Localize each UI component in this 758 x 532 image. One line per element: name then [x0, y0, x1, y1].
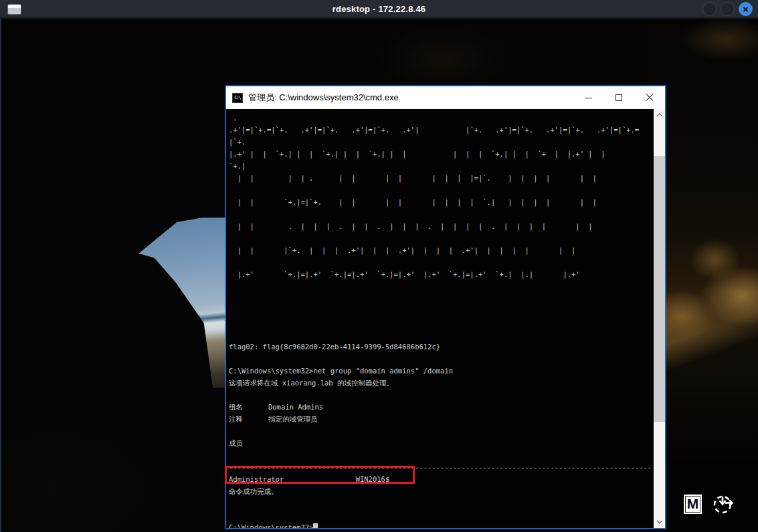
maximize-button[interactable]: [721, 2, 735, 16]
terminal-prompt: C:\Windows\system32>: [229, 523, 313, 528]
cmd-maximize-button[interactable]: [603, 86, 634, 109]
scrollbar-thumb[interactable]: [654, 156, 665, 422]
rdesktop-title: rdesktop - 172.22.8.46: [0, 4, 758, 14]
highlight-annotation-box: [225, 466, 415, 484]
scrollbar-down-button[interactable]: [654, 517, 665, 528]
close-button[interactable]: [739, 2, 753, 16]
cmd-window: C:\ 管理员: C:\windows\system32\cmd.exe . .…: [225, 86, 666, 529]
scrollbar[interactable]: [654, 109, 665, 528]
minimize-button[interactable]: [702, 2, 717, 16]
chevron-down-icon: [656, 517, 662, 523]
ime-sync-arrows-icon[interactable]: [711, 492, 735, 516]
chevron-up-icon: [656, 113, 662, 118]
screen: rdesktop - 172.22.8.46 M C:\ 管理员: C:\win…: [0, 0, 758, 532]
wallpaper-cave-opening: [115, 191, 227, 415]
cmd-window-title: 管理员: C:\windows\system32\cmd.exe: [248, 92, 399, 104]
cmd-icon: C:\: [232, 93, 243, 103]
cmd-close-button[interactable]: [634, 86, 665, 109]
rdesktop-titlebar[interactable]: rdesktop - 172.22.8.46: [0, 0, 758, 19]
cmd-titlebar[interactable]: C:\ 管理员: C:\windows\system32\cmd.exe: [226, 86, 665, 109]
terminal-cursor: [313, 523, 318, 528]
ime-mode-icon[interactable]: M: [684, 495, 702, 514]
scrollbar-up-button[interactable]: [654, 109, 665, 120]
cmd-minimize-button[interactable]: [573, 86, 603, 109]
terminal-text: . .+'|=|`+.=|`+. .+'|=|`+. .+'|=|`+. .+'…: [229, 114, 652, 495]
ime-toolbar: M: [684, 492, 735, 516]
